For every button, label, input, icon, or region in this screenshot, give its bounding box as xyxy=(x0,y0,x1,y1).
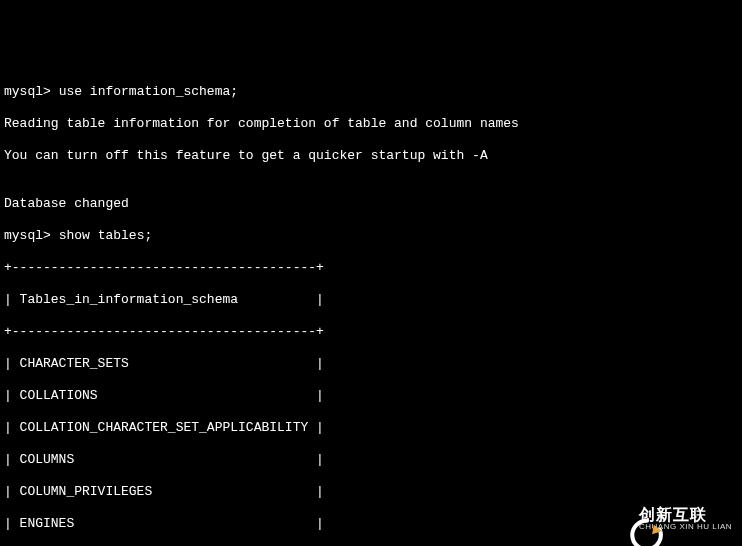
table-border-mid: +---------------------------------------… xyxy=(4,324,738,340)
table-row: | CHARACTER_SETS | xyxy=(4,356,738,372)
table-row: | COLUMN_PRIVILEGES | xyxy=(4,484,738,500)
mysql-prompt: mysql> xyxy=(4,84,51,99)
terminal-output[interactable]: mysql> use information_schema; Reading t… xyxy=(4,68,738,546)
table-row: | COLUMNS | xyxy=(4,452,738,468)
command-show-tables: show tables; xyxy=(59,228,153,243)
db-changed-line: Database changed xyxy=(4,196,738,212)
watermark-logo-icon xyxy=(599,502,633,536)
mysql-prompt: mysql> xyxy=(4,228,51,243)
table-header-row: | Tables_in_information_schema | xyxy=(4,292,738,308)
watermark: 创新互联 CHUANG XIN HU LIAN xyxy=(599,502,732,536)
info-line-1: Reading table information for completion… xyxy=(4,116,738,132)
command-use-db: use information_schema; xyxy=(59,84,238,99)
prompt-line-2: mysql> show tables; xyxy=(4,228,738,244)
table-row: | COLLATIONS | xyxy=(4,388,738,404)
table-row: | COLLATION_CHARACTER_SET_APPLICABILITY … xyxy=(4,420,738,436)
info-line-2: You can turn off this feature to get a q… xyxy=(4,148,738,164)
prompt-line-1: mysql> use information_schema; xyxy=(4,84,738,100)
table-border-top: +---------------------------------------… xyxy=(4,260,738,276)
